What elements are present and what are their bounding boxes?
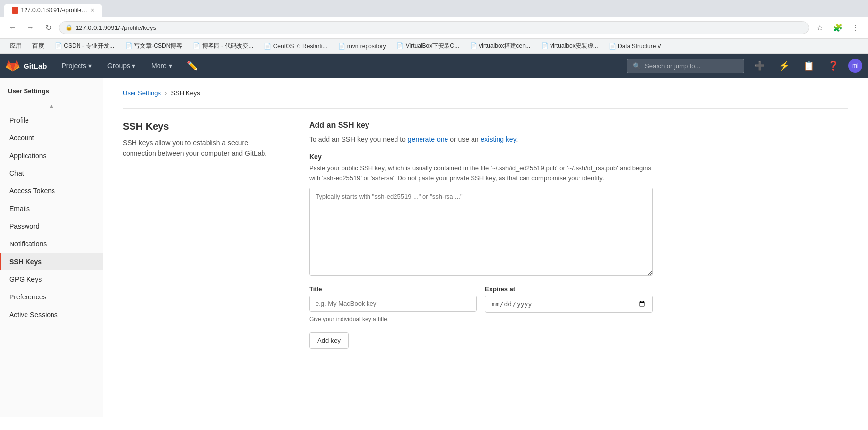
plus-icon-button[interactable]: ➕ bbox=[750, 57, 769, 74]
projects-menu[interactable]: Projects ▾ bbox=[57, 59, 97, 73]
gitlab-brand-name: GitLab bbox=[24, 62, 47, 70]
ssh-key-textarea[interactable] bbox=[309, 188, 653, 276]
key-field-label: Key bbox=[309, 153, 653, 161]
title-input[interactable] bbox=[309, 296, 477, 312]
sidebar-item-emails[interactable]: Emails bbox=[0, 200, 103, 217]
bookmark-apps[interactable]: 应用 bbox=[6, 41, 26, 51]
sidebar-item-gpg-keys[interactable]: GPG Keys bbox=[0, 270, 103, 288]
tab-favicon bbox=[12, 7, 18, 14]
lock-icon: 🔒 bbox=[65, 24, 73, 31]
expires-label: Expires at bbox=[485, 285, 653, 293]
forward-button[interactable]: → bbox=[24, 21, 37, 34]
address-bar[interactable]: 🔒 127.0.0.1:9091/-/profile/keys bbox=[59, 21, 809, 34]
more-chevron: ▾ bbox=[169, 62, 172, 70]
add-desc-middle: or use an bbox=[448, 135, 480, 143]
search-placeholder: Search or jump to... bbox=[645, 62, 700, 70]
sidebar-item-ssh-keys[interactable]: SSH Keys bbox=[0, 253, 103, 270]
active-tab[interactable]: 127.0.0.1:9091/-/profile/keys × bbox=[4, 4, 102, 17]
browser-tabs: 127.0.0.1:9091/-/profile/keys × bbox=[0, 0, 868, 17]
gitlab-navbar: GitLab Projects ▾ Groups ▾ More ▾ ✏️ 🔍 S… bbox=[0, 54, 868, 78]
sidebar-item-access-tokens[interactable]: Access Tokens bbox=[0, 182, 103, 200]
bookmark-cnblogs[interactable]: 📄 博客园 - 代码改变... bbox=[189, 41, 257, 51]
scroll-indicator: ▲ bbox=[0, 101, 103, 111]
reload-button[interactable]: ↻ bbox=[41, 21, 55, 34]
form-row: Title Expires at bbox=[309, 285, 653, 313]
sidebar-item-password[interactable]: Password bbox=[0, 217, 103, 235]
add-section-title: Add an SSH key bbox=[309, 121, 653, 130]
bookmark-csdn1[interactable]: 📄 CSDN - 专业开发... bbox=[51, 41, 118, 51]
page-description: SSH keys allow you to establish a secure… bbox=[123, 138, 280, 159]
bookmark-baidu[interactable]: 百度 bbox=[28, 41, 48, 51]
breadcrumb-separator: › bbox=[165, 89, 167, 97]
sidebar-item-notifications[interactable]: Notifications bbox=[0, 235, 103, 253]
back-button[interactable]: ← bbox=[6, 21, 20, 34]
browser-nav: ← → ↻ 🔒 127.0.0.1:9091/-/profile/keys ☆ … bbox=[0, 17, 868, 39]
gitlab-logo-svg bbox=[6, 59, 20, 73]
key-field-description: Paste your public SSH key, which is usua… bbox=[309, 163, 653, 183]
sidebar-item-preferences[interactable]: Preferences bbox=[0, 288, 103, 306]
title-form-group: Title bbox=[309, 285, 477, 313]
title-label: Title bbox=[309, 285, 477, 293]
user-avatar[interactable]: mi bbox=[848, 59, 862, 73]
main-content: User Settings › SSH Keys SSH Keys SSH ke… bbox=[103, 78, 868, 417]
form-hint: Give your individual key a title. bbox=[309, 316, 653, 322]
bookmarks-bar: 应用 百度 📄 CSDN - 专业开发... 📄 写文章-CSDN博客 📄 博客… bbox=[0, 39, 868, 54]
projects-chevron: ▾ bbox=[88, 62, 92, 70]
add-key-button[interactable]: Add key bbox=[309, 332, 349, 349]
menu-button[interactable]: ⋮ bbox=[848, 21, 862, 34]
more-menu[interactable]: More ▾ bbox=[146, 59, 177, 73]
breadcrumb-current: SSH Keys bbox=[171, 89, 200, 97]
browser-chrome: 127.0.0.1:9091/-/profile/keys × ← → ↻ 🔒 … bbox=[0, 0, 868, 54]
generate-one-link[interactable]: generate one bbox=[408, 135, 448, 143]
breadcrumb-parent[interactable]: User Settings bbox=[123, 89, 161, 97]
bookmark-vbox3[interactable]: 📄 virtualbox安装虚... bbox=[537, 41, 602, 51]
extensions-button[interactable]: 🧩 bbox=[831, 21, 844, 34]
issues-icon[interactable]: 📋 bbox=[799, 57, 818, 74]
sidebar-item-active-sessions[interactable]: Active Sessions bbox=[0, 306, 103, 323]
bookmark-csdn2[interactable]: 📄 写文章-CSDN博客 bbox=[121, 41, 186, 51]
merge-request-icon[interactable]: ⚡ bbox=[775, 57, 793, 74]
breadcrumb: User Settings › SSH Keys bbox=[123, 89, 848, 97]
bookmark-centos[interactable]: 📄 CentOS 7: Restarti... bbox=[260, 42, 331, 51]
bookmark-vbox1[interactable]: 📄 VirtualBox下安装C... bbox=[393, 41, 463, 51]
groups-chevron: ▾ bbox=[132, 62, 135, 70]
star-button[interactable]: ☆ bbox=[813, 21, 827, 34]
help-icon[interactable]: ❓ bbox=[824, 57, 842, 74]
existing-key-link[interactable]: existing key bbox=[481, 135, 516, 143]
content-body: SSH Keys SSH keys allow you to establish… bbox=[123, 121, 711, 349]
gitlab-logo[interactable]: GitLab bbox=[6, 59, 47, 73]
tab-label: 127.0.0.1:9091/-/profile/keys bbox=[21, 7, 88, 14]
content-right: Add an SSH key To add an SSH key you nee… bbox=[309, 121, 653, 349]
search-bar[interactable]: 🔍 Search or jump to... bbox=[627, 59, 744, 73]
bookmark-ds[interactable]: 📄 Data Structure V bbox=[605, 42, 665, 51]
sidebar-item-chat[interactable]: Chat bbox=[0, 164, 103, 182]
sidebar-header: User Settings bbox=[0, 83, 103, 101]
expires-form-group: Expires at bbox=[485, 285, 653, 313]
more-label: More bbox=[151, 62, 167, 70]
search-icon: 🔍 bbox=[633, 62, 641, 70]
sidebar-item-profile[interactable]: Profile bbox=[0, 111, 103, 129]
expires-input[interactable] bbox=[485, 296, 653, 313]
bookmark-vbox2[interactable]: 📄 virtualbox搭建cen... bbox=[466, 41, 534, 51]
breadcrumb-divider bbox=[123, 108, 848, 109]
sidebar-item-account[interactable]: Account bbox=[0, 129, 103, 147]
page-title: SSH Keys bbox=[123, 121, 280, 132]
add-desc-after: . bbox=[516, 135, 518, 143]
pencil-icon-button[interactable]: ✏️ bbox=[183, 57, 202, 74]
groups-label: Groups bbox=[107, 62, 130, 70]
sidebar-item-applications[interactable]: Applications bbox=[0, 147, 103, 164]
groups-menu[interactable]: Groups ▾ bbox=[103, 59, 140, 73]
content-left: SSH Keys SSH keys allow you to establish… bbox=[123, 121, 280, 349]
tab-close-icon[interactable]: × bbox=[91, 7, 94, 14]
sidebar: User Settings ▲ Profile Account Applicat… bbox=[0, 78, 103, 417]
add-section-description: To add an SSH key you need to generate o… bbox=[309, 134, 653, 145]
bookmark-mvn[interactable]: 📄 mvn repository bbox=[334, 42, 390, 51]
address-url: 127.0.0.1:9091/-/profile/keys bbox=[76, 24, 156, 31]
page-layout: User Settings ▲ Profile Account Applicat… bbox=[0, 78, 868, 417]
projects-label: Projects bbox=[62, 62, 87, 70]
add-desc-before: To add an SSH key you need to bbox=[309, 135, 408, 143]
